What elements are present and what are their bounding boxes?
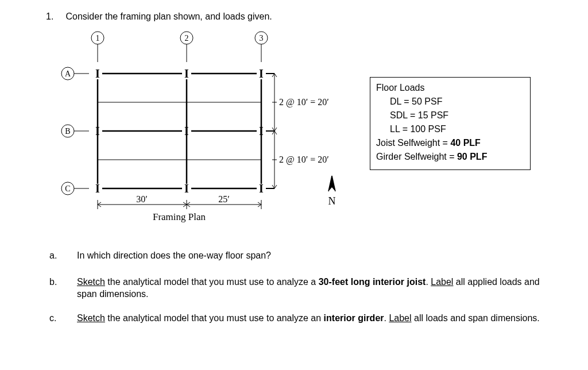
grid-row-a: A [65, 70, 71, 78]
span-25: 25′ [218, 194, 230, 204]
question-number: 1. [46, 11, 63, 22]
dim-bay-ab: 2 @ 10′ = 20′ [279, 97, 329, 107]
load-sdl: SDL = 15 PSF [376, 109, 521, 122]
part-a: a.In which direction does the one-way fl… [63, 249, 554, 262]
grid-row-c: C [65, 184, 70, 193]
svg-text:I: I [184, 67, 189, 80]
loads-title: Floor Loads [376, 81, 521, 95]
caption: Framing Plan [153, 211, 206, 222]
load-girder: Girder Selfweight = 90 PLF [376, 150, 521, 164]
grid-col-1: 1 [96, 34, 100, 43]
grid-col-3: 3 [260, 34, 264, 43]
svg-text:I: I [95, 67, 100, 80]
part-b-letter: b. [63, 276, 77, 288]
svg-text:I: I [184, 182, 189, 195]
part-b: b.Sketch the analytical model that you m… [63, 276, 554, 300]
north-label: N [328, 195, 336, 207]
svg-text:I: I [95, 182, 100, 195]
load-ll: LL = 100 PSF [376, 122, 521, 136]
figure-area: 1 2 3 A B C III III III [46, 28, 554, 234]
load-joist: Joist Selfweight = 40 PLF [376, 136, 521, 150]
span-30: 30′ [136, 194, 148, 204]
svg-text:I: I [259, 182, 264, 195]
svg-marker-44 [328, 176, 335, 191]
part-a-text: In which direction does the one-way floo… [77, 250, 271, 260]
part-a-letter: a. [63, 249, 77, 262]
framing-plan-diagram: 1 2 3 A B C III III III [57, 28, 356, 237]
question-intro: 1. Consider the framing plan shown, and … [46, 11, 554, 22]
part-c-letter: c. [63, 312, 77, 325]
intro-text: Consider the framing plan shown, and loa… [65, 11, 272, 21]
floor-loads-box: Floor Loads DL = 50 PSF SDL = 15 PSF LL … [370, 77, 531, 170]
grid-col-2: 2 [185, 34, 189, 43]
grid-row-b: B [65, 127, 70, 136]
svg-text:I: I [259, 67, 264, 80]
part-c: c.Sketch the analytical model that you m… [63, 312, 554, 325]
north-arrow-icon [328, 176, 335, 191]
load-dl: DL = 50 PSF [376, 95, 521, 109]
dim-bay-bc: 2 @ 10′ = 20′ [279, 155, 329, 165]
